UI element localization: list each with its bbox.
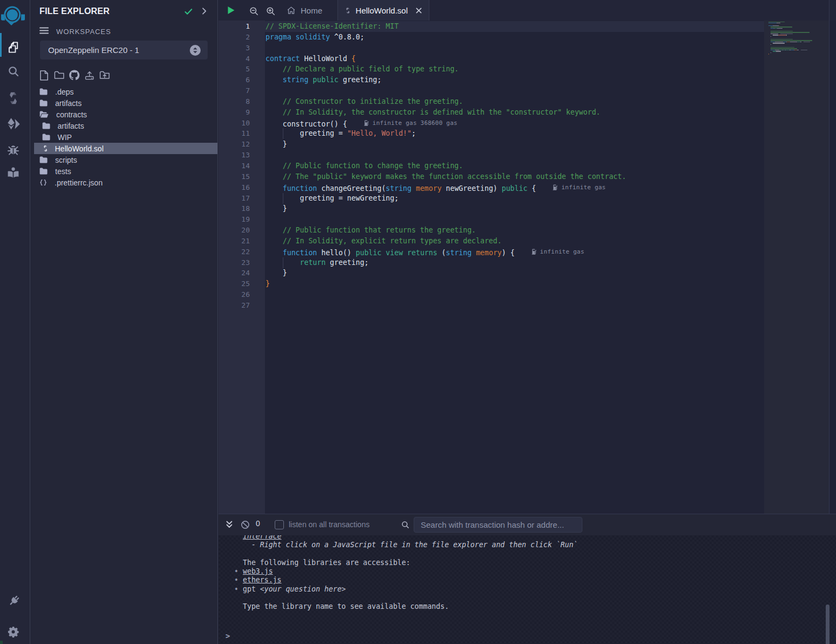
new-folder-button[interactable] <box>54 69 64 81</box>
upload-folder-button[interactable] <box>99 69 110 81</box>
line-number: 20 <box>241 225 250 236</box>
line-number: 2 <box>246 32 250 43</box>
clone-github-button[interactable] <box>69 69 79 81</box>
tree-item-wip[interactable]: WIP <box>30 131 218 143</box>
code-line-4[interactable]: contract HelloWorld { <box>266 54 356 64</box>
file-explorer-panel: FILE EXPLORER WORKSPACES OpenZeppelin ER… <box>30 0 218 644</box>
code-line-16[interactable]: function changeGreeting(string memory ne… <box>266 182 606 193</box>
code-line-23[interactable]: return greeting; <box>266 257 369 268</box>
sidebar-item-search[interactable] <box>0 59 26 84</box>
tree-item-tests[interactable]: tests <box>30 165 218 177</box>
code-line-6[interactable]: string public greeting; <box>266 75 381 85</box>
line-number: 17 <box>241 193 250 204</box>
bullet-icon: • <box>234 585 243 594</box>
line-number: 23 <box>241 257 250 268</box>
code-line-12[interactable]: } <box>266 139 287 150</box>
folder-icon <box>39 168 48 175</box>
code-line-11[interactable]: greeting = "Hello, World!"; <box>266 128 416 139</box>
zoom-in-icon <box>266 6 276 16</box>
code-line-17[interactable]: greeting = newGreeting; <box>266 193 399 204</box>
search-icon <box>7 65 20 78</box>
sidebar-item-settings[interactable] <box>0 619 26 644</box>
solidity-icon <box>42 144 49 152</box>
code-line-14[interactable]: // Public function to change the greetin… <box>266 161 463 171</box>
gas-estimate-annotation: infinite gas 368600 gas <box>364 118 457 129</box>
listen-transactions-checkbox[interactable] <box>275 520 284 529</box>
close-tab-icon[interactable] <box>415 7 422 14</box>
new-file-button[interactable] <box>39 69 49 81</box>
line-number: 25 <box>241 278 250 289</box>
terminal-search-input[interactable] <box>414 517 582 533</box>
terminal-search-icon <box>401 520 410 529</box>
code-line-10[interactable]: constructor() {infinite gas 368600 gas <box>266 118 457 129</box>
code-line-20[interactable]: // Public function that returns the gree… <box>266 225 476 236</box>
transaction-count: 0 <box>256 519 260 528</box>
code-editor[interactable]: 1234567891011121314151617181920212223242… <box>218 21 836 514</box>
code-line-18[interactable]: } <box>266 203 287 214</box>
sidebar-item-deploy-run[interactable] <box>0 111 26 136</box>
chevron-right-icon[interactable] <box>200 7 208 15</box>
sidebar-item-file-explorer[interactable] <box>0 35 26 59</box>
tab-home[interactable]: Home <box>279 0 330 21</box>
tree-item-helloworld-sol[interactable]: HelloWorld.sol <box>30 143 218 154</box>
workspaces-menu-icon[interactable] <box>39 26 49 35</box>
line-number: 6 <box>246 75 250 85</box>
clear-console-icon[interactable] <box>241 520 250 529</box>
terminal-toolbar: 0 listen on all transactions <box>218 514 836 535</box>
code-line-21[interactable]: // In Solidity, explicit return types ar… <box>266 236 502 247</box>
minimap-right-border <box>829 0 830 514</box>
code-line-1[interactable]: // SPDX-License-Identifier: MIT <box>266 21 399 32</box>
tree-item-label: .deps <box>55 88 74 96</box>
panel-title: FILE EXPLORER <box>39 6 110 16</box>
sidebar-item-learneth[interactable] <box>0 160 26 185</box>
line-number: 19 <box>241 214 250 225</box>
tree-item-contracts[interactable]: contracts <box>30 109 218 120</box>
code-line-25[interactable]: } <box>266 278 270 289</box>
code-line-22[interactable]: function hello() public view returns (st… <box>266 247 584 257</box>
tree-item-scripts[interactable]: scripts <box>30 154 218 165</box>
code-line-24[interactable]: } <box>266 268 287 278</box>
minimap[interactable] <box>764 21 829 514</box>
line-number: 7 <box>246 85 250 96</box>
tree-item-label: artifacts <box>55 99 82 108</box>
terminal-prompt[interactable]: > <box>225 632 230 640</box>
indent-guide <box>283 128 283 139</box>
check-icon[interactable] <box>184 7 193 16</box>
tree-item-label: contracts <box>56 110 87 119</box>
tab-helloworld-label: HelloWorld.sol <box>356 6 408 15</box>
line-number: 22 <box>241 247 250 257</box>
editor-gutter: 1234567891011121314151617181920212223242… <box>218 21 265 514</box>
expand-terminal-icon[interactable] <box>225 520 234 529</box>
terminal-link-line[interactable]: •ethers.js <box>218 576 836 585</box>
line-number: 9 <box>246 107 250 118</box>
zoom-in-button[interactable] <box>266 6 276 16</box>
code-area[interactable]: // SPDX-License-Identifier: MITpragma so… <box>265 21 836 514</box>
solidity-icon <box>6 91 21 105</box>
line-number: 14 <box>241 161 250 171</box>
code-line-8[interactable]: // Constructor to initialize the greetin… <box>266 96 463 107</box>
code-line-15[interactable]: // The "public" keyword makes the functi… <box>266 171 626 182</box>
sidebar-item-debugger[interactable] <box>0 137 26 162</box>
braces-icon <box>39 179 47 186</box>
zoom-out-button[interactable] <box>249 6 259 16</box>
terminal-output[interactable]: interface - Right click on a JavaScript … <box>218 535 836 644</box>
tree-item--prettierrc-json[interactable]: .prettierrc.json <box>30 177 218 188</box>
book-reader-icon <box>6 166 20 180</box>
code-line-2[interactable]: pragma solidity ^0.8.0; <box>266 32 364 43</box>
line-number: 18 <box>241 203 250 214</box>
upload-folder-icon <box>99 70 110 80</box>
terminal-scrollbar-thumb[interactable] <box>826 605 830 644</box>
tab-helloworld[interactable]: HelloWorld.sol <box>337 0 429 21</box>
upload-file-button[interactable] <box>84 69 95 81</box>
terminal-link-line[interactable]: •web3.js <box>218 567 836 576</box>
remix-logo-icon[interactable] <box>1 6 25 25</box>
workspace-select[interactable]: OpenZeppelin ERC20 - 1 <box>40 41 208 59</box>
run-script-button[interactable] <box>227 6 235 15</box>
tree-item-artifacts[interactable]: artifacts <box>30 120 218 131</box>
tree-item-artifacts[interactable]: artifacts <box>30 97 218 109</box>
code-line-9[interactable]: // In Solidity, the constructor is defin… <box>266 107 600 118</box>
sidebar-item-plugin-manager[interactable] <box>0 589 26 614</box>
sidebar-item-solidity-compiler[interactable] <box>0 85 26 110</box>
code-line-5[interactable]: // Declare a public field of type string… <box>266 64 459 75</box>
tree-item--deps[interactable]: .deps <box>30 86 218 97</box>
